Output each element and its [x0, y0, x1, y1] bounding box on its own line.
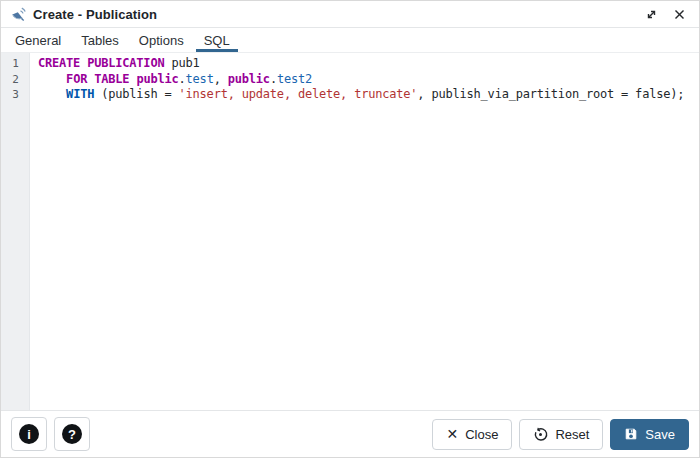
line-number: 2	[1, 72, 30, 88]
info-button[interactable]: i	[11, 417, 47, 451]
code-line: 2 FOR TABLE public.test, public.test2	[1, 72, 699, 88]
create-publication-dialog: Create - Publication General Tables Opti…	[0, 0, 700, 458]
footer: i ? ✕ Close Reset	[1, 410, 699, 457]
save-button[interactable]: Save	[610, 419, 689, 450]
line-number-gutter	[1, 53, 30, 410]
titlebar: Create - Publication	[1, 1, 699, 28]
maximize-icon[interactable]	[641, 4, 661, 24]
code-line: 3 WITH (publish = 'insert, update, delet…	[1, 87, 699, 103]
code-text: FOR TABLE public.test, public.test2	[30, 72, 312, 88]
info-icon: i	[19, 424, 39, 444]
tab-options[interactable]: Options	[131, 28, 192, 52]
dialog-title: Create - Publication	[33, 7, 157, 22]
close-icon[interactable]	[669, 4, 689, 24]
tab-sql[interactable]: SQL	[196, 28, 238, 52]
close-button[interactable]: ✕ Close	[432, 419, 512, 450]
save-icon	[624, 427, 638, 441]
tab-tables[interactable]: Tables	[73, 28, 127, 52]
sql-editor[interactable]: 1CREATE PUBLICATION pub12 FOR TABLE publ…	[1, 53, 699, 410]
tabbar: General Tables Options SQL	[1, 28, 699, 53]
reset-icon	[533, 427, 548, 442]
code-text: WITH (publish = 'insert, update, delete,…	[30, 87, 684, 103]
reset-button[interactable]: Reset	[519, 419, 603, 450]
code-lines: 1CREATE PUBLICATION pub12 FOR TABLE publ…	[1, 53, 699, 103]
publication-icon	[11, 6, 27, 22]
help-icon: ?	[62, 424, 82, 444]
code-line: 1CREATE PUBLICATION pub1	[1, 56, 699, 72]
line-number: 1	[1, 56, 30, 72]
help-button[interactable]: ?	[54, 417, 90, 451]
line-number: 3	[1, 87, 30, 103]
code-text: CREATE PUBLICATION pub1	[30, 56, 200, 72]
close-x-icon: ✕	[446, 427, 458, 441]
tab-general[interactable]: General	[7, 28, 69, 52]
